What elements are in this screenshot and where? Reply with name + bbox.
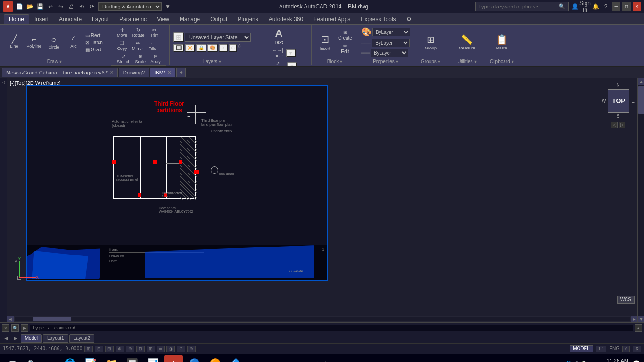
taskbar-word[interactable]: 📝 <box>81 355 100 362</box>
close-tab-mesca[interactable]: ✕ <box>110 70 114 75</box>
layer-btn6[interactable]: ⊙ <box>229 44 237 52</box>
text-btn[interactable]: AText <box>269 26 288 46</box>
tab-parametric[interactable]: Parametric <box>114 14 152 24</box>
nav-cube-top[interactable]: TOP <box>608 89 629 113</box>
layer-btn1[interactable]: 🔲 <box>173 44 184 52</box>
layer-btn5[interactable]: ☀ <box>219 44 228 52</box>
layout-nav-next[interactable]: ► <box>11 335 20 342</box>
lineweight-select[interactable]: ByLayer <box>371 49 408 57</box>
circle-btn[interactable]: ○ Circle <box>44 34 63 50</box>
layer-panel-btn[interactable]: ⊞ <box>173 32 184 42</box>
dyn-btn[interactable]: ⊞ <box>147 346 155 352</box>
layout-tab-layout1[interactable]: Layout1 <box>43 334 68 343</box>
minimize-btn[interactable]: ─ <box>612 2 620 11</box>
copy-btn[interactable]: ❐Copy <box>115 40 129 52</box>
linear-btn[interactable]: |←→|Linear <box>269 47 285 59</box>
taskbar-store[interactable]: 🔲 <box>123 355 141 362</box>
doc-tab-drawing2[interactable]: Drawing2 <box>119 68 149 77</box>
horizontal-scrollbar[interactable]: ◄ ► <box>7 316 637 322</box>
insert-btn[interactable]: ⊡ Insert <box>315 33 334 52</box>
taskbar-app2[interactable]: 🟠 <box>206 355 224 362</box>
doc-tab-mesca[interactable]: Mesca-Grand Cabana ...ture package rev6 … <box>2 68 118 77</box>
taskbar-autocad[interactable]: A <box>164 355 183 362</box>
measure-btn[interactable]: 📏 Measure <box>457 33 477 51</box>
new-btn[interactable]: 📄 <box>15 2 24 11</box>
viewport[interactable]: [-][Top][2D Wireframe] Third Floor parti… <box>7 78 644 322</box>
command-input[interactable] <box>30 325 633 331</box>
leader-expand[interactable]: ▼ <box>287 62 297 67</box>
language-btn[interactable]: ENG <box>590 361 602 362</box>
open-btn[interactable]: 📂 <box>25 2 34 11</box>
user-btn[interactable]: 👤 <box>570 2 579 11</box>
taskbar-chrome[interactable]: 🔵 <box>185 355 204 362</box>
edit-block-btn[interactable]: ✏ Edit <box>336 42 354 55</box>
tab-express-tools[interactable]: Express Tools <box>355 14 401 24</box>
annotation-scale-btn[interactable]: A <box>622 346 630 352</box>
transparency-btn[interactable]: ◑ <box>166 346 175 352</box>
snap-btn[interactable]: ⊞ <box>84 346 93 352</box>
group-btn[interactable]: ⊞ Group <box>421 33 440 51</box>
new-tab-btn[interactable]: + <box>176 68 186 77</box>
tab-insert[interactable]: Insert <box>29 14 54 24</box>
search-btn[interactable]: 🔍 <box>23 355 40 362</box>
close-btn[interactable]: ✕ <box>633 2 641 11</box>
grid-btn[interactable]: ⊟ <box>95 346 103 352</box>
move-btn[interactable]: ✛Move <box>115 26 129 39</box>
polyline-btn[interactable]: ⌐ Polyline <box>25 34 43 49</box>
layer-btn2[interactable]: 🔆 <box>185 44 195 52</box>
line-btn[interactable]: ╱ Line <box>5 34 24 49</box>
layer-btn3[interactable]: 🔒 <box>196 44 206 52</box>
rectangle-btn[interactable]: ▭ Rect <box>84 33 104 39</box>
tab-view[interactable]: View <box>152 14 174 24</box>
array-btn[interactable]: ⊟Array <box>149 53 163 65</box>
tab-plugins[interactable]: Plug-ins <box>232 14 263 24</box>
nav-left-btn[interactable]: ◁ <box>611 122 618 128</box>
undo-btn[interactable]: ↩ <box>46 2 55 11</box>
tab-autodesk360[interactable]: Autodesk 360 <box>264 14 308 24</box>
redo-btn[interactable]: ↪ <box>57 2 65 11</box>
layer-btn4[interactable]: 🎨 <box>207 44 218 52</box>
hatch-btn[interactable]: ⊠ Hatch <box>84 40 104 46</box>
leader-btn[interactable]: ↗Leader <box>269 60 286 67</box>
scroll-thumb[interactable] <box>638 86 644 114</box>
layout-nav-prev[interactable]: ◄ <box>2 335 10 342</box>
scale-btn[interactable]: ⊞Scale <box>133 53 148 65</box>
sel-cycle-btn[interactable]: ⊙ <box>177 346 185 352</box>
tab-layout[interactable]: Layout <box>87 14 114 24</box>
lweight-btn[interactable]: ═ <box>157 346 165 352</box>
layout-tab-layout2[interactable]: Layout2 <box>69 334 95 343</box>
tab-featured-apps[interactable]: Featured Apps <box>308 14 355 24</box>
ucs-btn[interactable]: ⊡ <box>136 346 145 352</box>
layout-tab-model[interactable]: Model <box>21 334 42 343</box>
redo2-btn[interactable]: ⟳ <box>88 2 96 11</box>
scroll-left-btn[interactable]: ◄ <box>7 316 14 322</box>
doc-tab-ibm[interactable]: IBM* ✕ <box>150 68 175 77</box>
search-input[interactable] <box>479 4 559 9</box>
tab-manage[interactable]: Manage <box>174 14 205 24</box>
ortho-btn[interactable]: ⊞ <box>105 346 114 352</box>
scroll-down-btn[interactable]: ▼ <box>638 316 644 322</box>
notifications-btn[interactable]: 💬 <box>632 360 640 362</box>
start-btn[interactable]: ⊞ <box>4 355 21 362</box>
linear-expand[interactable]: ▼ <box>286 49 296 57</box>
taskbar-excel[interactable]: 📊 <box>143 355 162 362</box>
task-view-btn[interactable]: ⊡ <box>41 355 58 362</box>
tab-output[interactable]: Output <box>205 14 232 24</box>
rotate-btn[interactable]: ↻Rotate <box>130 26 147 39</box>
cmd-clear-btn[interactable]: ✕ <box>2 324 9 332</box>
mirror-btn[interactable]: ⇔Mirror <box>130 40 145 52</box>
save-btn[interactable]: 💾 <box>36 2 44 11</box>
taskbar-explorer[interactable]: 📁 <box>102 355 121 362</box>
taskbar-app3[interactable]: 🔷 <box>226 355 245 362</box>
help-btn[interactable]: ? <box>602 2 610 11</box>
tab-annotate[interactable]: Annotate <box>54 14 87 24</box>
vertical-scrollbar[interactable]: ▲ ▼ <box>637 78 644 322</box>
taskbar-edge[interactable]: 🌐 <box>60 355 79 362</box>
nav-right-btn[interactable]: ▷ <box>619 122 625 128</box>
workspace-settings-btn[interactable]: ⚙ <box>633 346 641 352</box>
cmd-run-btn[interactable]: ▶ <box>21 324 28 332</box>
scroll-thumb-h[interactable] <box>33 317 71 321</box>
otrack-btn[interactable]: ⊕ <box>126 346 134 352</box>
viewport-scale-btn[interactable]: 1:1 <box>596 346 607 352</box>
tab-settings[interactable]: ⚙ <box>401 14 417 24</box>
